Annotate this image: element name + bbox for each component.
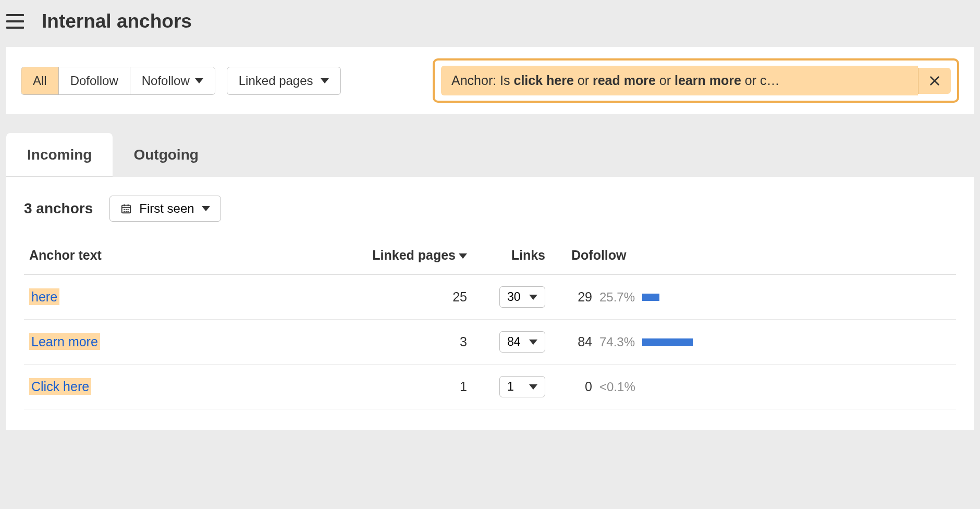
cell-links: 1	[472, 365, 550, 409]
cell-anchor-text: Click here	[24, 365, 347, 409]
table-row: Learn more3848474.3%	[24, 320, 956, 365]
cell-dofollow: 0<0.1%	[550, 365, 956, 409]
chip-tail: or c…	[741, 73, 780, 88]
svg-point-4	[124, 209, 125, 210]
chevron-down-icon	[459, 253, 467, 259]
th-anchor-text[interactable]: Anchor text	[24, 238, 347, 275]
chevron-down-icon	[529, 384, 537, 390]
dofollow-wrap: 8474.3%	[571, 334, 951, 349]
cell-links: 84	[472, 320, 550, 365]
filter-bar: All Dofollow Nofollow Linked pages Ancho…	[6, 47, 974, 114]
th-links[interactable]: Links	[472, 238, 550, 275]
th-dofollow[interactable]: Dofollow	[550, 238, 956, 275]
chevron-down-icon	[529, 340, 537, 345]
cell-dofollow: 2925.7%	[550, 275, 956, 320]
first-seen-dropdown[interactable]: First seen	[109, 196, 220, 222]
dofollow-wrap: 0<0.1%	[571, 379, 951, 394]
anchors-count: 3 anchors	[24, 200, 93, 217]
links-value: 84	[507, 335, 521, 349]
tab-outgoing[interactable]: Outgoing	[113, 133, 219, 177]
segment-label: Dofollow	[70, 74, 118, 88]
chip-prefix: Anchor: Is	[451, 73, 514, 88]
dofollow-percent: <0.1%	[599, 380, 635, 394]
segment-all[interactable]: All	[21, 67, 59, 94]
dofollow-bar	[642, 338, 757, 346]
dofollow-bar	[643, 383, 757, 391]
dofollow-bar	[642, 294, 757, 301]
dofollow-bar-fill	[642, 294, 659, 301]
links-dropdown[interactable]: 1	[499, 376, 545, 397]
anchor-link[interactable]: Learn more	[29, 333, 100, 350]
anchor-link[interactable]: Click here	[29, 378, 91, 395]
results-panel: 3 anchors First seen Anchor text	[6, 177, 974, 430]
tabs: Incoming Outgoing	[6, 133, 974, 177]
chevron-down-icon	[529, 295, 537, 300]
anchor-filter-highlight: Anchor: Is click here or read more or le…	[433, 58, 959, 103]
panel-top: 3 anchors First seen	[24, 196, 956, 222]
top-header: Internal anchors	[0, 0, 980, 47]
page-title: Internal anchors	[42, 10, 192, 32]
chip-term: read more	[593, 73, 656, 88]
segment-label: Nofollow	[142, 74, 190, 88]
tab-label: Incoming	[27, 147, 92, 163]
links-dropdown[interactable]: 30	[499, 286, 545, 308]
segment-label: All	[33, 74, 47, 88]
dofollow-count: 84	[571, 334, 592, 349]
svg-point-5	[126, 209, 127, 210]
svg-point-6	[128, 209, 129, 210]
tab-incoming[interactable]: Incoming	[6, 133, 113, 177]
segment-dofollow[interactable]: Dofollow	[59, 67, 130, 94]
chip-term: learn more	[675, 73, 741, 88]
close-icon	[929, 75, 940, 87]
follow-type-segment: All Dofollow Nofollow	[21, 67, 215, 95]
segment-nofollow[interactable]: Nofollow	[130, 67, 215, 94]
table-row: here25302925.7%	[24, 275, 956, 320]
dropdown-label: Linked pages	[239, 74, 313, 88]
table-row: Click here110<0.1%	[24, 365, 956, 409]
dofollow-count: 0	[571, 379, 592, 394]
svg-point-7	[124, 211, 125, 212]
svg-point-8	[126, 211, 127, 212]
cell-anchor-text: Learn more	[24, 320, 347, 365]
dofollow-percent: 74.3%	[599, 335, 635, 349]
links-value: 30	[507, 290, 521, 304]
cell-dofollow: 8474.3%	[550, 320, 956, 365]
dofollow-count: 29	[571, 289, 592, 305]
calendar-icon	[120, 203, 132, 214]
anchors-table: Anchor text Linked pages Links Dofollow …	[24, 238, 956, 409]
cell-linked-pages: 3	[347, 320, 472, 365]
linked-pages-dropdown[interactable]: Linked pages	[227, 67, 341, 95]
hamburger-icon[interactable]	[6, 14, 24, 29]
svg-point-9	[128, 211, 129, 212]
anchor-filter-chip[interactable]: Anchor: Is click here or read more or le…	[441, 66, 918, 95]
th-linked-pages[interactable]: Linked pages	[347, 238, 472, 275]
dropdown-label: First seen	[139, 201, 194, 216]
cell-anchor-text: here	[24, 275, 347, 320]
chip-term: click here	[514, 73, 574, 88]
links-value: 1	[507, 380, 514, 394]
chip-close-button[interactable]	[918, 68, 951, 94]
dofollow-wrap: 2925.7%	[571, 289, 951, 305]
chip-or: or	[656, 73, 675, 88]
chevron-down-icon	[321, 78, 329, 83]
cell-linked-pages: 1	[347, 365, 472, 409]
cell-linked-pages: 25	[347, 275, 472, 320]
chevron-down-icon	[195, 78, 203, 83]
th-label: Linked pages	[372, 248, 456, 262]
anchor-link[interactable]: here	[29, 288, 59, 305]
chevron-down-icon	[202, 206, 210, 211]
cell-links: 30	[472, 275, 550, 320]
dofollow-bar-fill	[642, 338, 693, 346]
tab-label: Outgoing	[133, 147, 198, 163]
chip-or: or	[574, 73, 593, 88]
links-dropdown[interactable]: 84	[499, 331, 545, 353]
dofollow-percent: 25.7%	[599, 290, 635, 305]
